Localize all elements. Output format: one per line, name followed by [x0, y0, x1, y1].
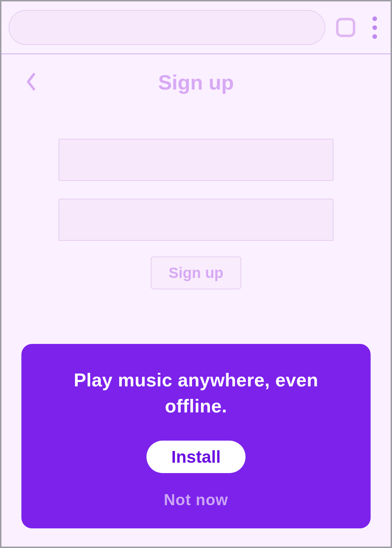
kebab-dot-icon [372, 16, 377, 21]
signup-field-1[interactable] [58, 139, 334, 181]
signup-button[interactable]: Sign up [151, 257, 241, 289]
chevron-left-icon [26, 73, 36, 91]
install-app-banner: Play music anywhere, even offline. Insta… [21, 344, 371, 528]
tab-switcher-button[interactable] [336, 18, 355, 37]
back-button[interactable] [26, 73, 36, 92]
kebab-dot-icon [372, 25, 377, 30]
signup-field-2[interactable] [58, 199, 334, 241]
page-title: Sign up [26, 70, 366, 94]
install-button[interactable]: Install [146, 441, 246, 473]
url-bar[interactable] [9, 10, 325, 45]
browser-top-bar [1, 1, 391, 54]
browser-menu-button[interactable] [366, 16, 383, 39]
banner-message: Play music anywhere, even offline. [43, 367, 349, 419]
not-now-link[interactable]: Not now [43, 491, 349, 509]
page-header: Sign up [1, 54, 391, 94]
kebab-dot-icon [372, 34, 377, 39]
signup-form: Sign up [1, 94, 391, 289]
